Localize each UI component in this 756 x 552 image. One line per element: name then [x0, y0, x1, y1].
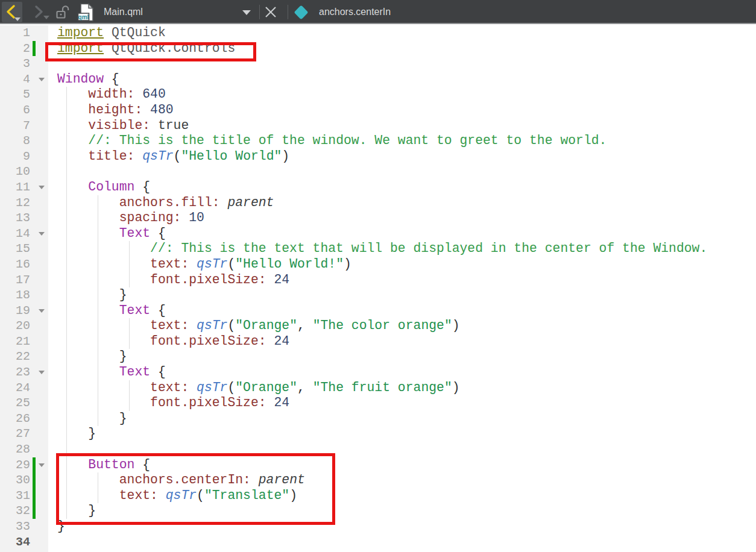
line-number[interactable]: 2 [0, 41, 30, 57]
code-line[interactable]: 16 text: qsTr("Hello World!") [0, 257, 756, 272]
back-button[interactable] [2, 2, 22, 22]
code-line[interactable]: 3 [0, 56, 756, 72]
line-number[interactable]: 5 [0, 87, 30, 102]
close-icon [264, 5, 277, 19]
fold-marker-icon[interactable] [36, 72, 48, 87]
code-line[interactable]: 1import QtQuick [0, 25, 756, 41]
line-number[interactable]: 26 [0, 411, 30, 427]
line-number[interactable]: 18 [0, 287, 30, 303]
line-number[interactable]: 29 [0, 457, 30, 473]
code-line[interactable]: 12 anchors.fill: parent [0, 195, 756, 211]
code-line[interactable]: 23 Text { [0, 365, 756, 380]
line-number[interactable]: 33 [0, 519, 30, 535]
code-line[interactable]: 29 Button { [0, 457, 756, 473]
line-number[interactable]: 13 [0, 210, 30, 226]
line-number[interactable]: 1 [0, 25, 30, 41]
code-text: width: 640 [57, 87, 756, 102]
code-line[interactable]: 5 width: 640 [0, 87, 756, 102]
line-number[interactable]: 4 [0, 72, 30, 87]
line-number[interactable]: 14 [0, 226, 30, 242]
line-number[interactable]: 34 [0, 535, 30, 550]
code-line[interactable]: 24 text: qsTr("Orange", "The fruit orang… [0, 380, 756, 396]
line-number[interactable]: 9 [0, 149, 30, 165]
line-number[interactable]: 31 [0, 488, 30, 504]
code-editor[interactable]: 1import QtQuick2import QtQuick.Controls3… [0, 25, 756, 552]
fold-marker-icon[interactable] [36, 457, 48, 473]
fold-marker-slot [36, 535, 48, 550]
line-number[interactable]: 25 [0, 395, 30, 411]
line-number[interactable]: 22 [0, 349, 30, 365]
unlocked-padlock-icon [55, 4, 70, 20]
current-symbol-selector[interactable]: anchors.centerIn [319, 0, 391, 24]
fold-marker-icon[interactable] [36, 226, 48, 242]
code-line[interactable]: 31 text: qsTr("Translate") [0, 488, 756, 504]
fold-marker-slot [36, 318, 48, 334]
fold-marker-slot [36, 395, 48, 411]
line-number[interactable]: 27 [0, 426, 30, 442]
unlock-button[interactable] [55, 4, 70, 20]
code-text: Text { [57, 365, 756, 380]
close-document-button[interactable] [264, 5, 277, 19]
line-number[interactable]: 6 [0, 102, 30, 118]
code-line[interactable]: 33} [0, 519, 756, 535]
code-line[interactable]: 11 Column { [0, 180, 756, 195]
code-line[interactable]: 2import QtQuick.Controls [0, 41, 756, 57]
code-line[interactable]: 19 Text { [0, 303, 756, 319]
code-line[interactable]: 13 spacing: 10 [0, 210, 756, 226]
line-number[interactable]: 8 [0, 133, 30, 149]
code-line[interactable]: 10 [0, 164, 756, 180]
code-line[interactable]: 14 Text { [0, 226, 756, 242]
code-text: text: qsTr("Translate") [57, 488, 756, 504]
line-number[interactable]: 3 [0, 56, 30, 72]
fold-marker-icon[interactable] [36, 180, 48, 195]
line-number[interactable]: 28 [0, 442, 30, 457]
forward-button[interactable] [30, 2, 51, 22]
open-document-name[interactable]: Main.qml [104, 0, 143, 24]
code-line[interactable]: 32 } [0, 503, 756, 519]
code-line[interactable]: 34 [0, 535, 756, 550]
code-line[interactable]: 9 title: qsTr("Hello World") [0, 149, 756, 165]
code-line[interactable]: 21 font.pixelSize: 24 [0, 334, 756, 350]
code-line[interactable]: 25 font.pixelSize: 24 [0, 395, 756, 411]
fold-marker-slot [36, 349, 48, 365]
line-number[interactable]: 24 [0, 380, 30, 396]
line-number[interactable]: 17 [0, 272, 30, 288]
fold-marker-icon[interactable] [36, 303, 48, 319]
code-text: import QtQuick [57, 25, 756, 41]
code-line[interactable]: 20 text: qsTr("Orange", "The color orang… [0, 318, 756, 334]
document-dropdown-caret-icon[interactable] [242, 10, 251, 15]
code-line[interactable]: 6 height: 480 [0, 102, 756, 118]
code-line[interactable]: 26 } [0, 411, 756, 427]
line-number[interactable]: 20 [0, 318, 30, 334]
fold-marker-slot [36, 472, 48, 488]
code-line[interactable]: 17 font.pixelSize: 24 [0, 272, 756, 288]
code-line[interactable]: 27 } [0, 426, 756, 442]
code-text: } [57, 519, 756, 535]
line-number[interactable]: 11 [0, 180, 30, 195]
fold-marker-slot [36, 519, 48, 535]
editor-toolbar: qml Main.qml anchors.centerIn [0, 0, 756, 24]
code-line[interactable]: 28 [0, 442, 756, 457]
fold-marker-slot [36, 195, 48, 211]
code-line[interactable]: 15 //: This is the text that will be dis… [0, 241, 756, 257]
line-number[interactable]: 19 [0, 303, 30, 319]
code-line[interactable]: 8 //: This is the title of the window. W… [0, 133, 756, 149]
line-number[interactable]: 10 [0, 164, 30, 180]
code-line[interactable]: 4Window { [0, 72, 756, 87]
code-line[interactable]: 7 visible: true [0, 118, 756, 134]
line-number[interactable]: 23 [0, 365, 30, 380]
code-line[interactable]: 30 anchors.centerIn: parent [0, 472, 756, 488]
back-dropdown-caret-icon[interactable] [14, 17, 20, 21]
fold-marker-slot [36, 133, 48, 149]
line-number[interactable]: 12 [0, 195, 30, 211]
code-line[interactable]: 18 } [0, 287, 756, 303]
fold-marker-icon[interactable] [36, 365, 48, 380]
line-number[interactable]: 32 [0, 503, 30, 519]
line-number[interactable]: 15 [0, 241, 30, 257]
line-number[interactable]: 21 [0, 334, 30, 350]
fold-marker-slot [36, 334, 48, 350]
line-number[interactable]: 16 [0, 257, 30, 272]
code-line[interactable]: 22 } [0, 349, 756, 365]
line-number[interactable]: 30 [0, 472, 30, 488]
line-number[interactable]: 7 [0, 118, 30, 134]
